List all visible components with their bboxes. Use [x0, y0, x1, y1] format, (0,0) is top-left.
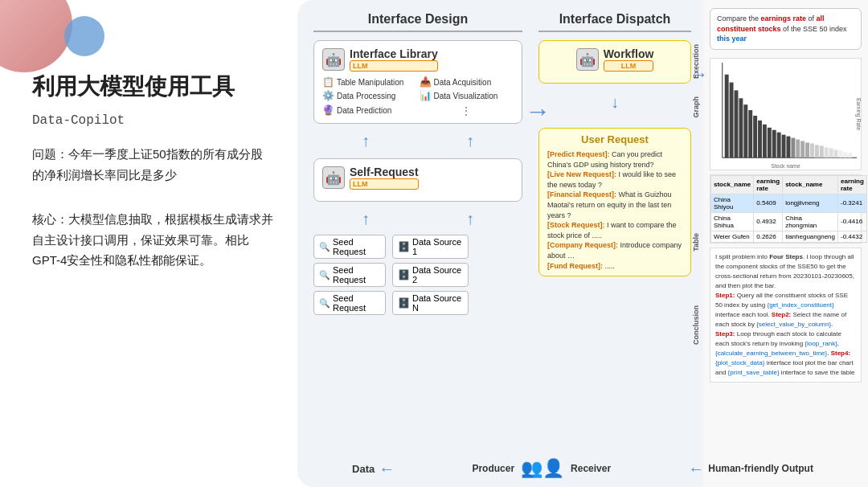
- stock1-row3: Weier Gufen: [711, 231, 754, 242]
- data-source-1: 🗄️ Data Source 1: [392, 235, 469, 259]
- query-text-1: Compare the: [717, 14, 761, 23]
- svg-rect-25: [834, 149, 838, 158]
- search-icon-1: 🔍: [319, 242, 330, 252]
- data-source-n: 🗄️ Data Source N: [392, 291, 469, 315]
- lib-item-prediction: 🔮 Data Prediction: [322, 104, 417, 117]
- human-output-label: Human-friendly Output: [708, 463, 813, 474]
- stock2-row3: tianheguangneng: [783, 231, 838, 242]
- seed-item-3: 🔍 Seed Request: [313, 291, 386, 315]
- earnings-table: stock_name earning rate stock_name earni…: [710, 175, 867, 243]
- query-text-2: of: [806, 14, 817, 23]
- req-fund-label: [Fund Request]:: [547, 262, 603, 270]
- query-text-3: of the SSE 50 index: [781, 25, 847, 33]
- lib-item-prediction-label: Data Prediction: [337, 106, 391, 115]
- svg-rect-12: [772, 129, 776, 158]
- svg-rect-17: [796, 139, 800, 158]
- seed-item-1: 🔍 Seed Request: [313, 235, 386, 259]
- bottom-bar: Data ← Producer 👥👤 Receiver ← Human-frie…: [297, 458, 868, 479]
- table-row-1: China Shiyou 0.5409 longjilvneng -0.3241: [711, 194, 867, 212]
- core-block: 核心：大模型信息抽取，根据模板生成请求并自主设计接口调用，保证效果可靠。相比GP…: [32, 209, 273, 271]
- lib-item-processing-label: Data Processing: [337, 92, 395, 100]
- user-request-box: User Request [Predict Request]: Can you …: [538, 128, 691, 276]
- arrow-data-left: ←: [379, 460, 395, 478]
- data-label: Data: [352, 463, 375, 475]
- processing-icon: ⚙️: [322, 90, 334, 101]
- query-time-highlight: this year: [717, 35, 747, 43]
- svg-rect-23: [825, 147, 829, 158]
- svg-rect-10: [763, 125, 767, 158]
- req-predict: [Predict Request]: Can you predict China…: [547, 149, 682, 170]
- req-fund: [Fund Request]: .....: [547, 261, 682, 272]
- robot-icon-self: 🤖: [322, 166, 345, 189]
- left-panel: 利用大模型使用工具 Data-Copilot 问题：今年一季度上证50指数的所有…: [0, 0, 297, 487]
- table-row-3: Weier Gufen 0.2626 tianheguangneng -0.44…: [711, 231, 867, 242]
- request-messages: [Predict Request]: Can you predict China…: [547, 149, 682, 271]
- table-icon: 📋: [322, 76, 334, 88]
- lib-dots: ⋮: [420, 105, 514, 117]
- library-header: 🤖 Interface Library LLM: [322, 47, 514, 72]
- seed-label-3: Seed Request: [333, 293, 380, 313]
- core-text: 核心：大模型信息抽取，根据模板生成请求并自主设计接口调用，保证效果可靠。相比GP…: [32, 209, 273, 271]
- self-request-header: 🤖 Self-Request LLM: [322, 166, 514, 190]
- conclusion-side-label: Conclusion: [692, 305, 700, 345]
- lib-item-acquisition-label: Data Acquisition: [434, 78, 492, 87]
- svg-rect-8: [753, 116, 757, 158]
- diagram-area: Interface Design 🤖 Interface Library LLM…: [297, 0, 868, 487]
- output-section: Compare the earnings rate of all constit…: [703, 0, 868, 487]
- seed-label-1: Seed Request: [333, 237, 380, 256]
- table-row-2: China Shihua 0.4932 China zhongmian -0.4…: [711, 212, 867, 231]
- up-arrow-1: ↑: [362, 132, 370, 150]
- db-icon-1: 🗄️: [398, 241, 410, 252]
- graph-side-label: Graph: [692, 96, 700, 118]
- svg-text:Earning Rate: Earning Rate: [855, 98, 861, 130]
- code-print-save: {print_save_table}: [728, 369, 780, 376]
- req-stock: [Stock Request]: I want to compare the s…: [547, 220, 682, 240]
- robot-icon-library: 🤖: [322, 48, 345, 71]
- svg-rect-21: [815, 145, 819, 158]
- table-side-label: Table: [692, 233, 700, 252]
- code-get-index: {get_index_constituent}: [768, 301, 834, 309]
- svg-rect-6: [743, 104, 747, 158]
- seed-row-2: 🔍 Seed Request 🗄️ Data Source 2: [313, 263, 522, 287]
- arrow-dispatch-to-output: →: [690, 64, 708, 85]
- workflow-box: 🤖 Workflow LLM: [538, 40, 691, 84]
- code-plot: {plot_stock_data}: [715, 359, 764, 366]
- svg-rect-4: [735, 90, 739, 158]
- workflow-header: 🤖 Workflow LLM: [547, 47, 682, 72]
- svg-rect-16: [791, 137, 795, 158]
- lib-item-visualization-label: Data Visualization: [434, 92, 498, 100]
- code-select-value: {select_value_by_column}: [756, 321, 831, 328]
- lib-item-visualization: 📊 Data Visualization: [420, 90, 514, 101]
- workflow-title: Workflow: [604, 47, 654, 60]
- interface-design-title: Interface Design: [313, 12, 522, 32]
- llm-badge-self: LLM: [350, 178, 419, 190]
- req-company: [Company Request]: Introduce company abo…: [547, 240, 682, 260]
- seed-row-3: 🔍 Seed Request 🗄️ Data Source N: [313, 291, 522, 315]
- code-loop-rank: {loop_rank}: [805, 340, 837, 347]
- library-items-grid: 📋 Table Manipulation 📥 Data Acquisition …: [322, 76, 514, 117]
- req-financial-label: [Financial Request]:: [547, 190, 616, 198]
- self-request-title: Self-Request: [350, 166, 419, 178]
- library-title: Interface Library: [350, 47, 438, 60]
- up-arrow-3: ↑: [362, 210, 370, 228]
- up-arrows-row2: ↑ ↑: [313, 210, 522, 228]
- prediction-icon: 🔮: [322, 104, 334, 116]
- svg-rect-5: [739, 98, 743, 158]
- llm-badge-workflow: LLM: [604, 60, 654, 72]
- svg-text:Stock name: Stock name: [771, 163, 800, 169]
- up-arrows-row1: ↑ ↑: [313, 132, 522, 150]
- arrow-workflow-down: ↓: [538, 93, 691, 112]
- req-company-label: [Company Request]:: [547, 241, 618, 249]
- data-source-label-2: Data Source 2: [412, 265, 463, 284]
- lib-item-acquisition: 📥 Data Acquisition: [420, 76, 514, 88]
- interface-dispatch-title: Interface Dispatch: [538, 12, 691, 32]
- svg-rect-14: [782, 134, 786, 158]
- earn2-row2: -0.4416: [838, 212, 867, 231]
- stock2-row2: China zhongmian: [783, 212, 838, 231]
- req-live: [Live New Request]: I would like to see …: [547, 170, 682, 190]
- seed-data-rows: 🔍 Seed Request 🗄️ Data Source 1 🔍 Seed R…: [313, 235, 522, 315]
- data-source-label-n: Data Source N: [412, 293, 463, 313]
- svg-rect-7: [748, 110, 752, 158]
- stock2-row1: longjilvneng: [783, 194, 838, 212]
- seed-row-1: 🔍 Seed Request 🗄️ Data Source 1: [313, 235, 522, 259]
